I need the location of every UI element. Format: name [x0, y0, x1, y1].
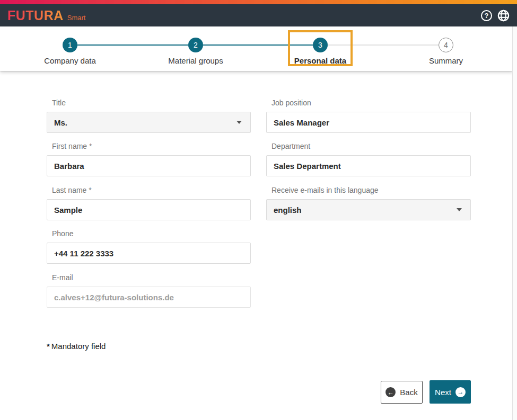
globe-icon-glyph [497, 10, 510, 22]
logo: FUTURA Smart [7, 8, 85, 23]
next-button-label: Next [435, 388, 451, 397]
title-value: Ms. [54, 118, 67, 127]
required-marker: * [89, 186, 91, 194]
email-label: E-mail [52, 273, 251, 282]
step-material-groups[interactable]: 2 Material groups [148, 26, 243, 65]
top-accent-bar [0, 0, 517, 4]
step-4-label: Summary [398, 56, 494, 65]
chevron-down-icon [457, 208, 462, 211]
field-email: E-mail c.alves+12@futura-solutions.de [47, 273, 251, 308]
step-4-circle: 4 [439, 38, 453, 52]
step-summary[interactable]: 4 Summary [398, 26, 494, 65]
step-3-label: Personal data [273, 56, 368, 65]
step-company-data[interactable]: 1 Company data [22, 26, 118, 65]
arrow-left-circle-icon: ← [385, 387, 396, 397]
field-first-name: First name * Barbara [47, 142, 251, 176]
job-position-value: Sales Manager [274, 118, 329, 127]
department-label: Department [271, 142, 471, 150]
job-position-label: Job position [271, 99, 471, 107]
wizard-stepper: 1 Company data 2 Material groups 3 Perso… [0, 26, 513, 71]
step-personal-data[interactable]: 3 Personal data [273, 26, 368, 65]
first-name-input[interactable]: Barbara [47, 155, 251, 176]
last-name-label: Last name * [52, 186, 251, 194]
app-header: FUTURA Smart ? [0, 4, 517, 26]
language-value: english [274, 205, 302, 215]
last-name-input[interactable]: Sample [47, 199, 251, 220]
first-name-label: First name * [52, 142, 251, 150]
scrollbar-track[interactable] [513, 26, 517, 420]
arrow-right-circle-icon: → [455, 387, 466, 397]
mandatory-field-note: *Mandatory field [47, 342, 106, 351]
language-select[interactable]: english [266, 199, 471, 220]
field-last-name: Last name * Sample [47, 186, 251, 220]
step-2-label: Material groups [148, 56, 243, 65]
department-value: Sales Department [274, 162, 341, 171]
step-1-label: Company data [22, 56, 118, 65]
title-label: Title [52, 99, 251, 107]
next-button[interactable]: Next → [430, 380, 471, 404]
last-name-value: Sample [54, 205, 82, 215]
brand-name: FUTURA [7, 8, 64, 23]
phone-label: Phone [52, 229, 251, 238]
language-label: Receive e-mails in this language [271, 186, 471, 194]
back-button-label: Back [400, 388, 417, 397]
step-1-circle: 1 [63, 38, 77, 52]
field-phone: Phone +44 11 222 3333 [47, 229, 251, 264]
email-value: c.alves+12@futura-solutions.de [54, 293, 174, 302]
mandatory-asterisk: * [47, 342, 50, 351]
step-2-circle: 2 [188, 38, 203, 52]
phone-value: +44 11 222 3333 [54, 249, 113, 258]
required-marker: * [89, 142, 92, 150]
email-input: c.alves+12@futura-solutions.de [47, 287, 251, 308]
field-language: Receive e-mails in this language english [266, 186, 471, 220]
field-title: Title Ms. [47, 99, 251, 133]
back-button[interactable]: ← Back [381, 381, 423, 404]
step-3-circle: 3 [313, 38, 328, 52]
job-position-input[interactable]: Sales Manager [266, 112, 471, 133]
brand-suffix: Smart [67, 14, 86, 22]
first-name-value: Barbara [54, 162, 84, 171]
chevron-down-icon [236, 121, 242, 124]
field-department: Department Sales Department [266, 142, 471, 176]
globe-icon[interactable] [497, 10, 510, 22]
phone-input[interactable]: +44 11 222 3333 [47, 243, 251, 264]
field-job-position: Job position Sales Manager [266, 99, 471, 133]
department-input[interactable]: Sales Department [266, 155, 471, 176]
help-icon[interactable]: ? [480, 10, 493, 22]
title-select[interactable]: Ms. [47, 112, 251, 133]
